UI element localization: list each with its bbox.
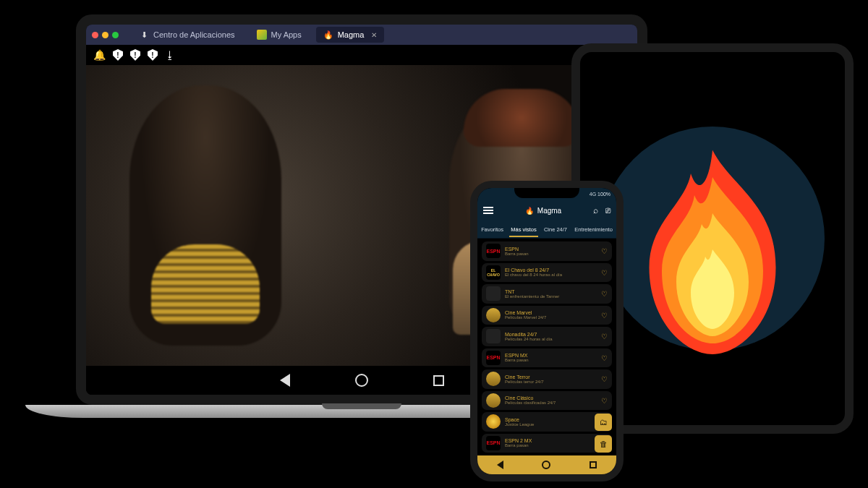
fire-icon — [618, 141, 807, 358]
channel-logo-icon — [486, 286, 501, 301]
list-item[interactable]: ESPNESPN MXBarra pasan♡ — [482, 348, 612, 368]
archive-button[interactable]: 🗂 — [595, 414, 612, 431]
back-icon[interactable] — [280, 374, 290, 387]
tab-label: Centro de Aplicaciones — [153, 30, 235, 39]
download-icon[interactable]: ⭳ — [165, 49, 175, 61]
tab-app-center[interactable]: ⬇ Centro de Aplicaciones — [132, 27, 242, 43]
bell-icon[interactable]: 🔔 — [93, 49, 106, 61]
cast-icon[interactable]: ⎚ — [605, 205, 610, 215]
phone-tabs: Favoritos Más vistos Cine 24/7 Entreteni… — [477, 221, 616, 239]
channel-title: ESPN MX — [505, 353, 529, 358]
channel-subtitle: Barra pasan — [505, 443, 532, 448]
tab-entretenimiento[interactable]: Entretenimiento — [573, 226, 614, 233]
recent-apps-icon[interactable] — [433, 375, 444, 386]
list-item[interactable]: TNTEl enfrentamiento de Tanner♡ — [482, 284, 612, 304]
channel-subtitle: Películas clasificadas 24/7 — [505, 401, 556, 405]
tab-mas-vistos[interactable]: Más vistos — [509, 226, 537, 233]
favorite-icon[interactable]: ♡ — [601, 333, 608, 341]
channel-subtitle: Justice League — [505, 422, 534, 427]
channel-logo-icon: ESPN — [486, 244, 501, 258]
tab-my-apps[interactable]: My Apps — [250, 27, 309, 43]
search-icon[interactable]: ⌕ — [593, 205, 598, 215]
tab-magma[interactable]: 🔥 Magma ✕ — [316, 27, 385, 43]
channel-logo-icon — [486, 414, 501, 429]
tab-favoritos[interactable]: Favoritos — [480, 226, 505, 233]
app-logo-disc — [600, 127, 825, 351]
list-item[interactable]: Monadita 24/7Películas 24 horas al día♡ — [482, 327, 612, 346]
emulator-tab-bar: ⬇ Centro de Aplicaciones My Apps 🔥 Magma… — [86, 25, 637, 45]
channel-logo-icon — [486, 393, 501, 408]
channel-title: Cine Marvel — [505, 310, 546, 315]
favorite-icon[interactable]: ♡ — [601, 268, 608, 276]
channel-title: TNT — [505, 289, 559, 294]
close-window-icon[interactable] — [92, 32, 98, 38]
list-item[interactable]: Cine ClásicoPelículas clasificadas 24/7♡ — [482, 391, 612, 411]
home-icon[interactable] — [542, 461, 550, 469]
shield-alert-icon[interactable] — [113, 49, 123, 61]
favorite-icon[interactable]: ♡ — [601, 311, 608, 319]
list-item[interactable]: SpaceJustice League♡ — [482, 412, 612, 432]
channel-logo-icon — [486, 308, 501, 322]
laptop-camera — [359, 18, 364, 22]
shield-alert-icon[interactable] — [148, 49, 158, 61]
favorite-icon[interactable]: ♡ — [601, 396, 608, 404]
status-signal: 4G 100% — [590, 192, 610, 197]
favorite-icon[interactable]: ♡ — [601, 354, 608, 361]
emulator-toolbar: 🔔 ⭳ 14:00 — [86, 45, 637, 65]
list-item[interactable]: ESPNESPNBarra pasan♡ — [482, 241, 612, 261]
channel-logo-icon: ESPN — [486, 351, 501, 365]
channel-subtitle: Películas Marvel 24/7 — [505, 315, 546, 320]
app-center-icon: ⬇ — [139, 30, 149, 40]
phone-notch — [514, 188, 579, 198]
app-title: Magma — [537, 207, 561, 215]
favorite-icon[interactable]: ♡ — [601, 247, 608, 255]
tab-cine-247[interactable]: Cine 24/7 — [542, 226, 569, 233]
fire-icon: 🔥 — [525, 207, 534, 215]
tab-label: My Apps — [271, 30, 302, 39]
channel-title: Space — [505, 417, 534, 422]
list-item[interactable]: Cine TerrorPelículas terror 24/7♡ — [482, 369, 612, 389]
channel-logo-icon: ESPN — [486, 436, 501, 450]
channel-subtitle: Películas 24 horas al día — [505, 337, 553, 341]
channel-subtitle: Barra pasan — [505, 252, 529, 256]
channel-logo-icon — [486, 372, 501, 386]
favorite-icon[interactable]: ♡ — [601, 375, 608, 383]
neck-rings — [151, 244, 260, 324]
my-apps-icon — [257, 30, 267, 40]
channel-subtitle: Barra pasan — [505, 358, 529, 362]
phone-title-bar: 🔥 Magma ⌕ ⎚ — [477, 200, 616, 221]
channel-subtitle: El enfrentamiento de Tanner — [505, 294, 559, 299]
fire-icon: 🔥 — [323, 30, 333, 40]
list-item[interactable]: EL CHAVOEl Chavo del 8 24/7El chavo del … — [482, 263, 612, 283]
minimize-window-icon[interactable] — [102, 32, 109, 38]
tab-label: Magma — [338, 30, 365, 39]
back-icon[interactable] — [497, 461, 503, 469]
channel-title: Cine Terror — [505, 374, 544, 380]
close-tab-icon[interactable]: ✕ — [371, 31, 377, 39]
menu-icon[interactable] — [483, 207, 493, 214]
channel-title: Monadita 24/7 — [505, 332, 553, 337]
channel-title: El Chavo del 8 24/7 — [505, 267, 562, 273]
channel-title: Cine Clásico — [505, 395, 556, 401]
channel-subtitle: El chavo del 8 24 horas al día — [505, 273, 562, 277]
window-controls[interactable] — [92, 32, 119, 38]
phone-nav-bar — [477, 455, 616, 474]
channel-logo-icon: EL CHAVO — [486, 265, 501, 280]
favorite-icon[interactable]: ♡ — [601, 290, 608, 298]
channel-title: ESPN 2 MX — [505, 438, 532, 443]
home-icon[interactable] — [355, 374, 368, 387]
channel-subtitle: Películas terror 24/7 — [505, 380, 544, 384]
phone-device: 4G 100% 🔥 Magma ⌕ ⎚ Favoritos Más vistos… — [470, 181, 624, 481]
maximize-window-icon[interactable] — [112, 32, 119, 38]
channel-logo-icon — [486, 329, 501, 343]
fab-column: 🗂 🗑 — [595, 414, 612, 453]
list-item[interactable]: Cine MarvelPelículas Marvel 24/7♡ — [482, 306, 612, 325]
video-figure-left — [129, 85, 281, 346]
recent-apps-icon[interactable] — [590, 461, 597, 468]
list-item[interactable]: ESPNESPN 2 MXBarra pasan♡ — [482, 434, 612, 453]
delete-button[interactable]: 🗑 — [595, 435, 612, 453]
channel-title: ESPN — [505, 247, 529, 252]
shield-alert-icon[interactable] — [130, 49, 140, 61]
